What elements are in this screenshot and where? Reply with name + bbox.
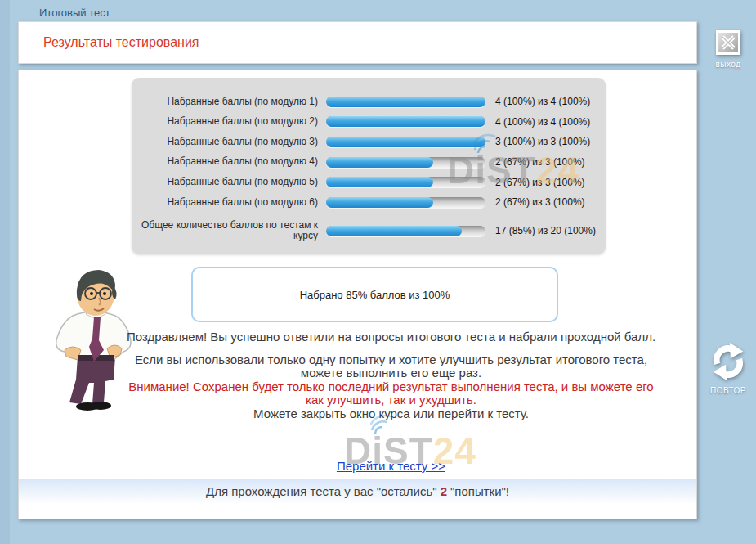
progress-bar-fill <box>326 226 462 236</box>
exit-button-label: выход <box>702 60 754 69</box>
progress-bar-track <box>326 97 485 107</box>
warning-text: Внимание! Сохранен будет только последни… <box>123 380 659 407</box>
header-panel: Результаты тестирования <box>18 21 697 64</box>
score-row-value: 17 (85%) из 20 (100%) <box>485 225 596 236</box>
progress-bar-fill <box>326 177 433 187</box>
goto-test-link[interactable]: Перейти к тесту >> <box>337 459 445 473</box>
score-row-label: Набранные баллы (по модулю 5) <box>132 177 326 188</box>
exit-button[interactable]: выход <box>702 30 754 69</box>
window-title: Итоговый тест <box>39 7 110 19</box>
progress-bar-track <box>326 137 485 147</box>
score-row-label: Набранные баллы (по модулю 3) <box>132 137 326 148</box>
score-row: Набранные баллы (по модулю 1) 4 (100%) и… <box>132 92 606 112</box>
score-row: Набранные баллы (по модулю 2) 4 (100%) и… <box>132 112 606 133</box>
repeat-arrows-icon <box>709 370 748 384</box>
score-summary-text: Набрано 85% баллов из 100% <box>300 289 450 301</box>
progress-bar-track <box>326 116 485 127</box>
score-row-label: Набранные баллы (по модулю 1) <box>132 97 326 108</box>
score-row: Набранные баллы (по модулю 5) 2 (67%) из… <box>132 172 606 192</box>
congrats-text: Поздравляем! Вы успешно ответили на вопр… <box>123 330 659 344</box>
score-row-value: 4 (100%) из 4 (100%) <box>485 116 590 128</box>
score-row: Набранные баллы (по модулю 3) 3 (100%) и… <box>132 132 606 152</box>
results-panel: Набранные баллы (по модулю 1) 4 (100%) и… <box>132 78 606 254</box>
app-window: Итоговый тест Результаты тестирования вы… <box>0 0 756 544</box>
page-title: Результаты тестирования <box>43 35 199 50</box>
score-row-label: Набранные баллы (по модулю 4) <box>132 156 326 168</box>
progress-bar-track <box>326 157 485 168</box>
attempts-count: 2 <box>437 484 450 498</box>
progress-bar-track <box>326 197 485 208</box>
attempts-text-prefix: Для прохождения теста у вас "остались" <box>206 484 437 498</box>
score-row-label: Набранные баллы (по модулю 6) <box>132 197 326 209</box>
score-row-value: 2 (67%) из 3 (100%) <box>485 177 585 188</box>
score-row-value: 4 (100%) из 4 (100%) <box>485 96 590 107</box>
progress-bar-fill <box>326 97 485 107</box>
close-or-goto-text: Можете закрыть окно курса или перейти к … <box>123 407 659 421</box>
result-message: Поздравляем! Вы успешно ответили на вопр… <box>123 330 659 420</box>
progress-bar-fill <box>326 197 433 208</box>
attempts-text-suffix: "попытки"! <box>450 484 509 498</box>
score-rows: Набранные баллы (по модулю 1) 4 (100%) и… <box>132 92 606 242</box>
progress-bar-track <box>326 226 485 236</box>
score-row-label: Набранные баллы (по модулю 2) <box>132 116 326 128</box>
left-margin-strip <box>0 0 10 544</box>
attempts-remaining-bar: Для прохождения теста у вас "остались" 2… <box>19 479 696 503</box>
score-row: Общее количество баллов по тестам к курс… <box>132 220 606 242</box>
score-row-label: Общее количество баллов по тестам к курс… <box>132 220 326 242</box>
score-row-value: 3 (100%) из 3 (100%) <box>485 136 590 147</box>
score-row-value: 2 (67%) из 3 (100%) <box>485 156 585 168</box>
score-summary-box: Набрано 85% баллов из 100% <box>191 267 558 322</box>
close-icon <box>716 43 740 57</box>
score-row: Набранные баллы (по модулю 6) 2 (67%) из… <box>132 192 606 213</box>
progress-bar-fill <box>326 116 485 127</box>
score-row: Набранные баллы (по модулю 4) 2 (67%) из… <box>132 152 606 173</box>
goto-test-link-wrap: Перейти к тесту >> <box>123 459 659 474</box>
main-content-panel: Набранные баллы (по модулю 1) 4 (100%) и… <box>18 70 697 519</box>
retry-info-text: Если вы использовали только одну попытку… <box>123 353 659 380</box>
score-row-value: 2 (67%) из 3 (100%) <box>485 196 585 208</box>
progress-bar-fill <box>326 137 485 147</box>
repeat-button[interactable]: ПОВТОР <box>702 342 754 395</box>
progress-bar-track <box>326 177 485 187</box>
progress-bar-fill <box>326 157 433 168</box>
repeat-button-label: ПОВТОР <box>702 386 754 395</box>
